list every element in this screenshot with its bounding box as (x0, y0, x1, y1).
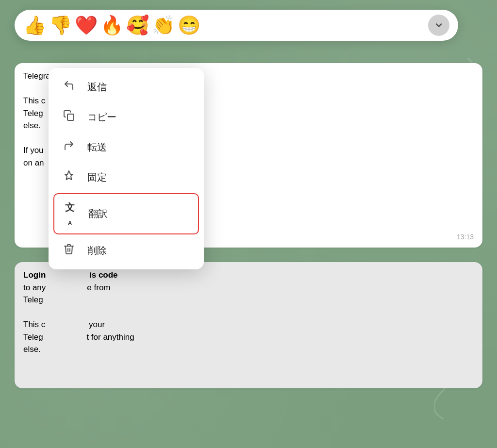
message-bottom-line-3: Teleg (23, 295, 43, 304)
chevron-down-icon (434, 20, 444, 30)
emoji-love[interactable]: 🥰 (126, 16, 149, 34)
menu-label-translate: 翻訳 (88, 207, 108, 220)
translate-icon: 文A (63, 201, 77, 227)
menu-item-reply[interactable]: 返信 (49, 72, 204, 102)
emoji-thumbs-down[interactable]: 👎 (49, 16, 72, 34)
menu-label-copy: コピー (87, 111, 116, 124)
menu-item-forward[interactable]: 転送 (49, 132, 204, 162)
menu-label-forward: 転送 (87, 141, 107, 154)
menu-item-copy[interactable]: コピー (49, 102, 204, 132)
menu-label-reply: 返信 (87, 81, 107, 94)
reply-icon (62, 80, 76, 94)
emoji-fire[interactable]: 🔥 (100, 16, 123, 34)
menu-label-delete: 削除 (87, 244, 107, 257)
menu-item-delete[interactable]: 削除 (49, 235, 204, 265)
copy-icon (62, 110, 76, 124)
message-bottom-line-5: This c your (23, 320, 105, 329)
emoji-reaction-bar: 👍 👎 ❤️ 🔥 🥰 👏 😁 (15, 10, 458, 41)
pin-icon (62, 170, 76, 184)
menu-label-pin: 固定 (87, 171, 107, 184)
emoji-grin[interactable]: 😁 (178, 16, 200, 34)
message-bottom-line-7: else. (23, 345, 41, 354)
message-text-bottom: Login is code to any e from Teleg This c… (23, 269, 474, 356)
emoji-heart[interactable]: ❤️ (75, 16, 98, 34)
svg-rect-1 (67, 114, 74, 120)
emoji-clap[interactable]: 👏 (152, 16, 175, 34)
message-bottom-line-2: to any e from (23, 283, 111, 292)
forward-icon (62, 140, 76, 154)
emoji-thumbs-up[interactable]: 👍 (23, 16, 46, 34)
emoji-more-button[interactable] (428, 15, 449, 36)
menu-item-pin[interactable]: 固定 (49, 162, 204, 192)
message-bubble-bottom: Login is code to any e from Teleg This c… (15, 262, 482, 388)
menu-item-translate[interactable]: 文A 翻訳 (53, 193, 199, 234)
context-menu: 返信 コピー 転送 固定 文A 翻訳 (49, 68, 204, 269)
message-time: 13:13 (457, 233, 474, 241)
trash-icon (62, 243, 76, 258)
message-bottom-line-1: Login is code (23, 270, 118, 280)
message-line-5: else. (23, 121, 41, 130)
message-bottom-line-6: Teleg t for anything (23, 332, 134, 342)
